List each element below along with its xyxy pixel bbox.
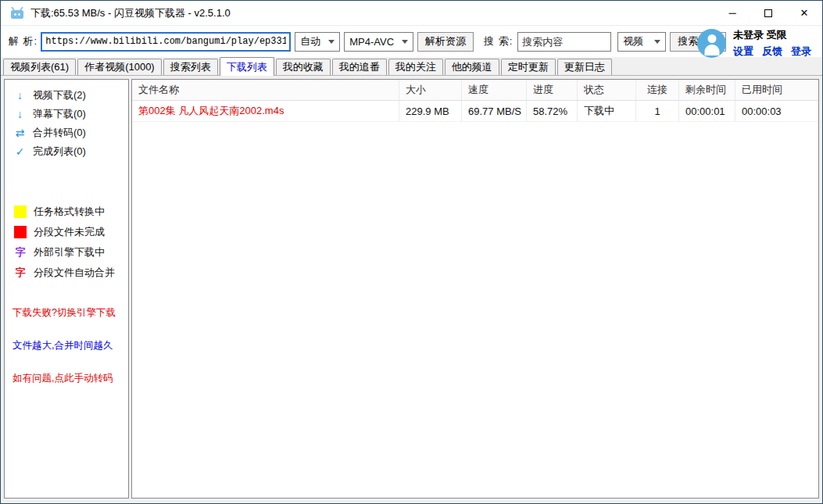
mode-select-value: 自动 [300, 34, 320, 48]
maximize-icon [764, 9, 772, 17]
char-icon: 字 [14, 245, 27, 259]
tab-my-bangumi[interactable]: 我的追番 [332, 59, 387, 75]
app-window: 下载:65.53 MB/s - 闪豆视频下载器 - v2.5.1.0 ─ ✕ 解… [0, 0, 823, 504]
cell-filename: 第002集 凡人风起天南2002.m4s [132, 101, 399, 121]
minimize-icon: ─ [728, 7, 735, 19]
red-swatch-icon [14, 226, 27, 238]
maximize-button[interactable] [750, 1, 786, 26]
app-logo-icon [10, 7, 24, 20]
column-header-progress[interactable]: 进度 [527, 80, 578, 100]
download-icon: ↓ [14, 108, 26, 120]
legend-item: 任务格式转换中 [5, 202, 128, 222]
avatar[interactable] [697, 29, 726, 58]
window-title: 下载:65.53 MB/s - 闪豆视频下载器 - v2.5.1.0 [30, 6, 231, 20]
search-label: 搜 索: [484, 34, 513, 48]
tab-my-follows[interactable]: 我的关注 [388, 59, 443, 75]
note-switch-engine[interactable]: 下载失败?切换引擎下载 [5, 306, 128, 320]
close-button[interactable]: ✕ [786, 1, 822, 26]
column-header-remaining-time[interactable]: 剩余时间 [679, 80, 735, 100]
sidebar: ↓ 视频下载(2) ↓ 弹幕下载(0) ⇄ 合并转码(0) ✓ 完成列表(0) … [4, 79, 129, 499]
account-area: 未登录 受限 设置 反馈 登录 [697, 28, 811, 59]
cell-status: 下载中 [578, 101, 636, 121]
tab-author-videos[interactable]: 作者视频(1000) [77, 59, 162, 75]
yellow-swatch-icon [14, 206, 27, 218]
column-header-filename[interactable]: 文件名称 [132, 80, 399, 100]
chevron-down-icon [654, 40, 660, 44]
tabbar: 视频列表(61) 作者视频(1000) 搜索列表 下载列表 我的收藏 我的追番 … [1, 57, 822, 76]
column-header-elapsed-time[interactable]: 已用时间 [735, 80, 790, 100]
feedback-link[interactable]: 反馈 [762, 45, 782, 59]
main-content: ↓ 视频下载(2) ↓ 弹幕下载(0) ⇄ 合并转码(0) ✓ 完成列表(0) … [1, 76, 822, 503]
search-type-value: 视频 [623, 34, 643, 48]
login-link[interactable]: 登录 [791, 45, 811, 59]
sidebar-item-completed-list[interactable]: ✓ 完成列表(0) [5, 142, 128, 161]
sidebar-item-video-download[interactable]: ↓ 视频下载(2) [5, 86, 128, 105]
tab-video-list[interactable]: 视频列表(61) [3, 59, 76, 75]
download-icon: ↓ [14, 89, 26, 102]
column-header-size[interactable]: 大小 [399, 80, 462, 100]
user-icon [707, 34, 716, 43]
settings-link[interactable]: 设置 [733, 45, 753, 59]
sidebar-item-danmaku-download[interactable]: ↓ 弹幕下载(0) [5, 105, 128, 123]
legend-item: 字 外部引擎下载中 [5, 242, 128, 263]
tab-his-channel[interactable]: 他的频道 [445, 59, 499, 75]
login-status: 未登录 受限 [733, 28, 811, 42]
sidebar-notes: 下载失败?切换引擎下载 文件越大,合并时间越久 如有问题,点此手动转码 [5, 306, 128, 385]
cell-progress: 58.72% [527, 101, 578, 121]
parse-button[interactable]: 解析资源 [417, 32, 474, 52]
note-manual-transcode[interactable]: 如有问题,点此手动转码 [5, 372, 128, 385]
transcode-icon: ⇄ [14, 127, 26, 139]
cell-remaining-time: 00:00:01 [679, 101, 735, 121]
download-table: 文件名称 大小 速度 进度 状态 连接 剩余时间 已用时间 第002集 凡人风起… [131, 79, 819, 499]
column-header-speed[interactable]: 速度 [462, 80, 527, 100]
column-header-status[interactable]: 状态 [578, 80, 636, 100]
format-select[interactable]: MP4-AVC [344, 32, 413, 52]
close-icon: ✕ [800, 7, 809, 19]
window-controls: ─ ✕ [714, 1, 822, 26]
cell-size: 229.9 MB [399, 101, 462, 121]
status-legend: 任务格式转换中 分段文件未完成 字 外部引擎下载中 字 分段文件自动合并 [5, 202, 128, 283]
sidebar-item-merge-transcode[interactable]: ⇄ 合并转码(0) [5, 123, 128, 142]
char-icon: 字 [14, 266, 27, 280]
tab-download-list[interactable]: 下载列表 [220, 57, 274, 76]
note-merge-time: 文件越大,合并时间越久 [5, 339, 128, 352]
tab-search-list[interactable]: 搜索列表 [163, 59, 218, 75]
chevron-down-icon [328, 40, 335, 44]
table-row[interactable]: 第002集 凡人风起天南2002.m4s 229.9 MB 69.77 MB/S… [132, 101, 818, 122]
toolbar: 解 析: 自动 MP4-AVC 解析资源 搜 索: 视频 搜索资源 未登录 受限 [1, 26, 822, 57]
search-input[interactable] [517, 32, 611, 52]
tab-changelog[interactable]: 更新日志 [557, 59, 612, 75]
parse-label: 解 析: [9, 34, 38, 48]
cell-speed: 69.77 MB/S [462, 101, 527, 121]
tab-scheduled-update[interactable]: 定时更新 [501, 59, 556, 75]
chevron-down-icon [402, 40, 408, 44]
search-type-select[interactable]: 视频 [617, 32, 666, 52]
table-header: 文件名称 大小 速度 进度 状态 连接 剩余时间 已用时间 [132, 80, 818, 101]
column-header-connections[interactable]: 连接 [636, 80, 679, 100]
url-input[interactable] [41, 32, 291, 52]
legend-item: 字 分段文件自动合并 [5, 263, 128, 283]
minimize-button[interactable]: ─ [714, 1, 750, 26]
legend-item: 分段文件未完成 [5, 222, 128, 242]
titlebar: 下载:65.53 MB/s - 闪豆视频下载器 - v2.5.1.0 ─ ✕ [1, 1, 822, 26]
cell-elapsed-time: 00:00:03 [735, 101, 790, 121]
mode-select[interactable]: 自动 [295, 32, 340, 52]
tab-my-favorites[interactable]: 我的收藏 [276, 59, 331, 75]
check-icon: ✓ [14, 145, 26, 158]
format-select-value: MP4-AVC [349, 36, 394, 48]
cell-connections: 1 [636, 101, 679, 121]
